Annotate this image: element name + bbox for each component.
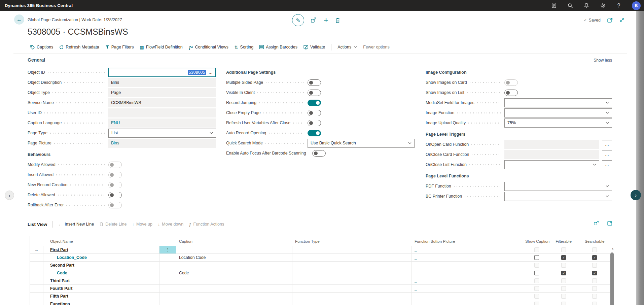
function-button-picture-link[interactable]: _ <box>415 286 417 291</box>
back-arrow-button[interactable]: ← <box>14 14 24 25</box>
conditional-views-button[interactable]: ƒo Conditional Views <box>189 45 228 50</box>
object-description-value: Bins <box>108 78 216 87</box>
auto-record-opening-toggle[interactable] <box>308 130 321 136</box>
searchable-checkbox[interactable] <box>592 271 597 275</box>
notifications-bell-icon[interactable] <box>583 3 589 9</box>
open-in-excel-icon[interactable] <box>607 221 612 226</box>
fewer-options-button[interactable]: Fewer options <box>363 45 390 49</box>
grid-icon: ▦ <box>140 45 144 50</box>
row-options-dots-button[interactable]: ⋮ <box>159 246 176 254</box>
flowfield-definition-button[interactable]: ▦ FlowField Definition <box>140 45 182 50</box>
object-name-link[interactable]: Third Part <box>43 278 70 283</box>
assign-barcodes-button[interactable]: Assign Barcodes <box>259 45 297 49</box>
delete-allowed-toggle[interactable] <box>108 192 122 198</box>
collapse-icon[interactable] <box>619 18 624 23</box>
captions-button[interactable]: Captions <box>30 45 53 49</box>
show-images-list-toggle[interactable] <box>504 90 518 96</box>
search-icon[interactable] <box>567 3 573 9</box>
refresh-metadata-button[interactable]: Refresh Metadata <box>59 45 99 49</box>
share-icon[interactable] <box>594 221 599 226</box>
show-images-card-toggle <box>504 79 518 86</box>
col-header-searchable[interactable]: Searchable <box>579 239 610 246</box>
col-header-function-type[interactable]: Function Type <box>292 239 412 246</box>
user-avatar[interactable]: B <box>632 1 641 10</box>
tell-me-icon[interactable] <box>551 3 557 9</box>
field-onclose-list-function: OnClose List Function … <box>426 160 612 170</box>
record-jumping-toggle[interactable] <box>308 100 321 106</box>
object-name-link[interactable]: Location_Code <box>43 255 87 260</box>
visible-in-client-toggle[interactable] <box>308 90 321 96</box>
refresh-user-variables-toggle[interactable] <box>308 120 321 126</box>
show-caption-checkbox[interactable] <box>534 271 539 275</box>
caption-language-link[interactable]: ENU <box>108 118 216 128</box>
field-onclose-card-function: OnClose Card Function … <box>426 149 612 160</box>
function-button-picture-link[interactable]: _ <box>415 247 417 252</box>
image-upload-quality-select[interactable]: 75% <box>504 118 612 128</box>
table-scrollbar-thumb[interactable] <box>610 252 614 305</box>
validate-button[interactable]: Validate <box>303 45 325 49</box>
function-button-picture-link[interactable]: _ <box>415 302 417 305</box>
sorting-button[interactable]: ⇅ Sorting <box>235 45 254 50</box>
col-header-filterable[interactable]: Filterable <box>548 239 579 246</box>
filterable-checkbox[interactable] <box>561 255 566 260</box>
searchable-checkbox[interactable] <box>592 255 597 260</box>
object-id-input[interactable]: 5308005 … <box>108 68 216 77</box>
col-header-object-name[interactable]: Object Name <box>43 239 159 246</box>
share-icon[interactable] <box>311 18 317 23</box>
table-row: Fourth Part _ <box>30 285 615 293</box>
page-picture-link[interactable]: Bins <box>108 139 216 148</box>
show-caption-checkbox <box>534 278 539 283</box>
onclose-list-assist-button[interactable]: … <box>602 160 612 169</box>
field-insert-allowed: Insert Allowed <box>28 170 216 180</box>
delete-trash-icon[interactable] <box>335 18 340 23</box>
pdf-function-select[interactable] <box>504 182 612 191</box>
function-button-picture-link[interactable]: _ <box>415 278 417 283</box>
assist-edit-icon[interactable]: … <box>209 70 213 75</box>
field-service-name: Service Name CCSMSBinsWS <box>28 98 216 108</box>
page-type-select[interactable]: List <box>108 129 216 138</box>
show-caption-checkbox <box>534 247 539 252</box>
col-header-caption[interactable]: Caption <box>176 239 292 246</box>
close-empty-page-toggle[interactable] <box>308 110 321 116</box>
show-less-link[interactable]: Show less <box>594 58 612 64</box>
col-header-show-caption[interactable]: Show Caption <box>525 239 548 246</box>
page-scrollbar[interactable] <box>636 11 644 305</box>
object-name-link[interactable]: Code <box>43 271 67 275</box>
page-filters-button[interactable]: Page Filters <box>105 45 134 49</box>
object-name-link[interactable]: Functions <box>43 302 70 305</box>
show-caption-checkbox[interactable] <box>534 255 539 260</box>
filterable-checkbox[interactable] <box>561 271 566 275</box>
function-button-picture-link[interactable]: _ <box>415 263 417 268</box>
function-button-picture-link[interactable]: _ <box>415 271 417 275</box>
open-in-window-icon[interactable] <box>607 18 613 23</box>
help-icon[interactable]: ? <box>616 3 622 9</box>
mediaset-field-select[interactable] <box>504 98 612 107</box>
onclose-list-function-select[interactable] <box>504 160 599 169</box>
object-name-link[interactable]: Second Part <box>43 263 74 268</box>
image-function-select[interactable] <box>504 108 612 117</box>
previous-record-arrow-button[interactable]: ‹ <box>5 191 14 200</box>
multiple-sided-page-toggle[interactable] <box>308 79 321 86</box>
general-section-header: General Show less <box>28 57 612 64</box>
command-bar-divider <box>13 53 627 54</box>
function-button-picture-link[interactable]: _ <box>415 294 417 299</box>
enable-auto-focus-toggle[interactable] <box>312 150 326 157</box>
quick-search-mode-select[interactable]: Use Basic Quick Search <box>308 139 415 148</box>
next-record-arrow-button[interactable]: › <box>631 190 641 200</box>
table-scroll-up-icon[interactable]: ▲ <box>611 247 614 250</box>
onopen-card-assist-button[interactable]: … <box>602 140 612 149</box>
onclose-card-assist-button[interactable]: … <box>602 150 612 159</box>
settings-gear-icon[interactable] <box>600 3 606 9</box>
function-button-picture-link[interactable]: _ <box>415 255 417 260</box>
object-name-link[interactable]: Fifth Part <box>43 294 68 299</box>
new-plus-button[interactable]: + <box>324 17 328 23</box>
actions-menu-button[interactable]: Actions <box>337 45 357 49</box>
edit-pencil-button[interactable]: ✎ <box>292 14 304 26</box>
object-name-link[interactable]: First Part <box>43 247 68 252</box>
insert-new-line-button[interactable]: ← Insert New Line <box>58 222 94 227</box>
field-user-id: User ID <box>28 108 216 118</box>
col-header-function-button-picture[interactable]: Function Button Picture <box>412 239 525 246</box>
bc-printer-function-select[interactable] <box>504 192 612 201</box>
object-name-link[interactable]: Fourth Part <box>43 286 72 291</box>
row-selector-arrow[interactable]: → <box>30 246 43 254</box>
